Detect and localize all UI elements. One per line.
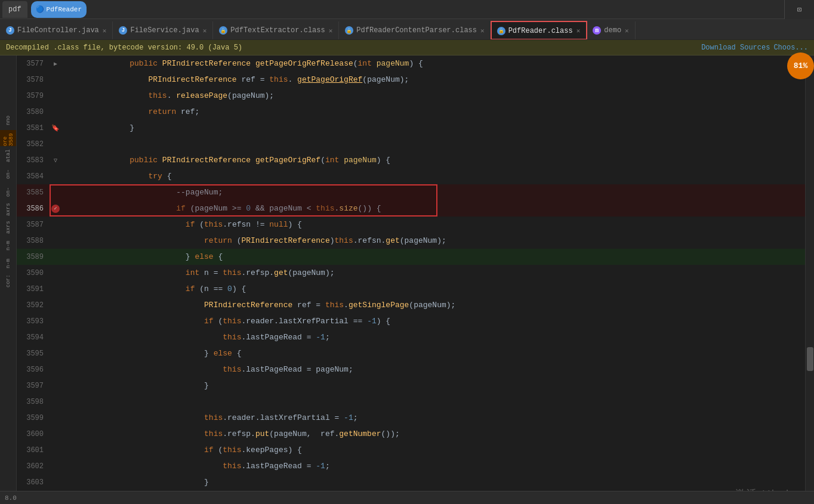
line-num-3598: 3598 xyxy=(17,398,50,406)
line-num-3585: 3585 xyxy=(17,188,50,197)
line-num-3584: 3584 xyxy=(17,172,50,181)
tab-pdfreader[interactable]: 🔒 PdfReader.class ✕ xyxy=(491,21,587,39)
line-num-3580: 3580 xyxy=(17,108,50,116)
code-line-3597: 3597 } xyxy=(17,378,805,394)
tab-close-4[interactable]: ✕ xyxy=(480,27,485,35)
line-num-3589: 3589 xyxy=(17,253,50,261)
tab-label-1: FileController.java xyxy=(17,26,99,35)
tab-pdftextextractor[interactable]: 🔒 PdfTextExtractor.class ✕ xyxy=(213,21,339,39)
line-num-3583: 3583 xyxy=(17,156,50,165)
line-num-3578: 3578 xyxy=(17,76,50,84)
gutter-3581: 🔖 xyxy=(50,124,61,132)
code-content-area: 3577 ▶ public PRIndirectReference getPag… xyxy=(17,55,805,504)
java-icon-2: J xyxy=(119,26,127,35)
line-num-3577: 3577 xyxy=(17,60,50,68)
sidebar-label-atal: atal xyxy=(0,148,16,164)
code-editor-main: 3577 ▶ public PRIndirectReference getPag… xyxy=(17,55,805,504)
sidebar-label-axrs1: axrs xyxy=(0,202,16,218)
window-controls[interactable]: ⊡ xyxy=(784,0,814,19)
class-icon-5: 🔒 xyxy=(497,27,505,35)
sidebar-label-nno: nno xyxy=(0,112,16,128)
tab-fileservice[interactable]: J FileService.java ✕ xyxy=(113,21,213,39)
left-structure-panel: nno ore 3589 atal on- on- axrs axrs n-m … xyxy=(0,55,17,504)
editor-area: nno ore 3589 atal on- on- axrs axrs n-m … xyxy=(0,55,814,504)
line-num-3599: 3599 xyxy=(17,414,50,422)
tab-close-2[interactable]: ✕ xyxy=(203,27,207,35)
line-num-3595: 3595 xyxy=(17,350,50,358)
line-num-3596: 3596 xyxy=(17,366,50,374)
line-num-3594: 3594 xyxy=(17,333,50,342)
sidebar-label-nm1: n-m xyxy=(0,237,16,253)
sidebar-label-axrs2: axrs xyxy=(0,219,16,236)
java-icon-1: J xyxy=(6,26,14,35)
pdf-tab-label: pdf xyxy=(8,5,21,14)
tab-filecontroller[interactable]: J FileController.java ✕ xyxy=(0,21,113,39)
line-num-3588: 3588 xyxy=(17,237,50,245)
java-version-label: 8.0 xyxy=(5,494,17,502)
breakpoint-icon-3586[interactable] xyxy=(51,205,60,213)
line-num-3581: 3581 xyxy=(17,124,50,132)
choose-button[interactable]: Choos... xyxy=(773,44,808,52)
editor-tabs-bar: J FileController.java ✕ J FileService.ja… xyxy=(0,19,814,40)
pdf-tab[interactable]: pdf xyxy=(2,1,27,18)
tab-close-3[interactable]: ✕ xyxy=(329,27,333,35)
class-icon-4: 🔒 xyxy=(345,26,353,35)
tab-close-1[interactable]: ✕ xyxy=(103,27,107,35)
progress-value: 81% xyxy=(794,61,807,70)
sidebar-label-ore: ore 3589 xyxy=(0,130,16,146)
line-num-3602: 3602 xyxy=(17,462,50,471)
tab-label-3: PdfTextExtractor.class xyxy=(230,26,325,35)
tab-label-6: demo xyxy=(604,26,621,35)
line-num-3592: 3592 xyxy=(17,301,50,310)
line-num-3590: 3590 xyxy=(17,269,50,277)
tab-pdfreadercontent[interactable]: 🔒 PdfReaderContentParser.class ✕ xyxy=(339,21,491,39)
sidebar-label-on1: on- xyxy=(0,166,16,182)
editor-scrollbar[interactable] xyxy=(805,55,814,504)
sidebar-label-on2: on- xyxy=(0,184,16,200)
tab-close-6[interactable]: ✕ xyxy=(625,27,629,35)
tab-label-2: FileService.java xyxy=(130,26,199,35)
gutter-3577: ▶ xyxy=(50,60,61,67)
code-line-3603: 3603 } xyxy=(17,474,805,490)
sidebar-label-nm2: n-m xyxy=(0,255,16,271)
line-num-3579: 3579 xyxy=(17,92,50,100)
bookmark-icon-3583: ▽ xyxy=(54,157,57,164)
gutter-3586 xyxy=(50,205,61,213)
line-num-3593: 3593 xyxy=(17,317,50,326)
scroll-thumb[interactable] xyxy=(807,347,813,371)
tab-demo[interactable]: m demo ✕ xyxy=(587,21,635,39)
line-num-3582: 3582 xyxy=(17,140,50,149)
status-bar: 8.0 xyxy=(0,491,814,504)
tab-close-5[interactable]: ✕ xyxy=(576,27,581,35)
line-num-3601: 3601 xyxy=(17,446,50,454)
bookmark-icon-3581: 🔖 xyxy=(51,124,60,132)
pdfreader-tab-label: PdfReader xyxy=(47,6,82,13)
tab-label-5: PdfReader.class xyxy=(508,27,573,35)
progress-badge: 81% xyxy=(787,52,814,79)
fold-icon-3577[interactable]: ▶ xyxy=(54,60,57,67)
m-icon-6: m xyxy=(593,26,601,35)
line-num-3587: 3587 xyxy=(17,221,50,229)
window-controls-icon: ⊡ xyxy=(797,5,801,14)
line-num-3591: 3591 xyxy=(17,285,50,293)
gutter-3583: ▽ xyxy=(50,157,61,164)
line-num-3603: 3603 xyxy=(17,478,50,487)
code-line-3581: 3581 🔖 } xyxy=(17,120,805,136)
line-num-3586: 3586 xyxy=(17,205,50,213)
decompile-info-bar: Decompiled .class file, bytecode version… xyxy=(0,40,814,55)
download-sources-link[interactable]: Download Sources xyxy=(701,44,770,52)
tab-label-4: PdfReaderContentParser.class xyxy=(356,26,477,35)
line-num-3597: 3597 xyxy=(17,382,50,390)
class-icon-3: 🔒 xyxy=(219,26,227,35)
decompile-message: Decompiled .class file, bytecode version… xyxy=(6,44,242,52)
line-num-3600: 3600 xyxy=(17,430,50,438)
pdfreader-tab[interactable]: 🔵 PdfReader xyxy=(31,1,87,18)
sidebar-label-cor: cor: xyxy=(0,273,16,289)
os-top-bar: pdf 🔵 PdfReader ⊡ xyxy=(0,0,814,19)
